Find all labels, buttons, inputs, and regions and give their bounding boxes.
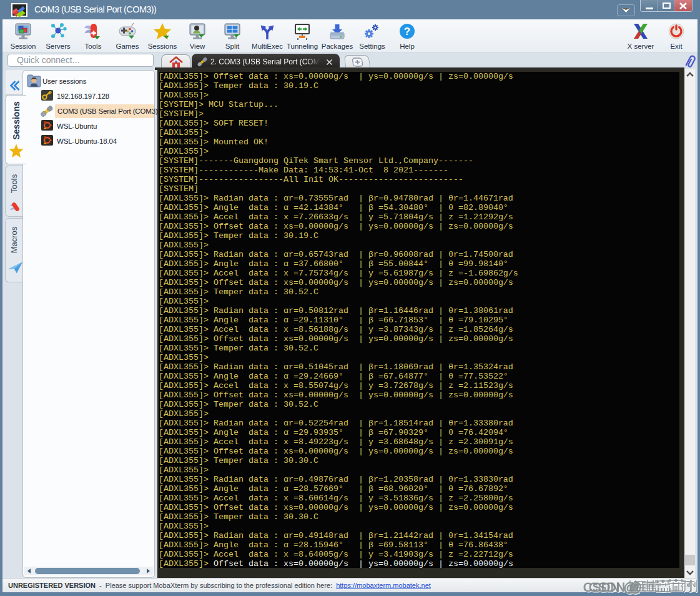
svg-text:?: ? xyxy=(404,26,410,37)
